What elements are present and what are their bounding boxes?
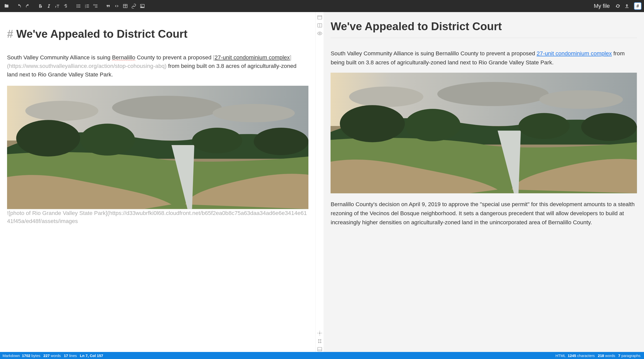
folder-icon[interactable]: [3, 2, 11, 10]
svg-rect-14: [95, 6, 98, 6]
unordered-list-icon[interactable]: [74, 2, 83, 10]
svg-rect-10: [87, 6, 89, 6]
eye-icon[interactable]: [317, 31, 323, 36]
svg-rect-30: [318, 16, 322, 19]
cursor-position: Ln 7, Col 157: [80, 353, 103, 358]
svg-point-22: [25, 101, 99, 121]
app-logo-icon[interactable]: #: [634, 2, 641, 10]
svg-point-20: [141, 5, 142, 6]
view-gutter: [315, 12, 324, 352]
preview-pane: We've Appealed to District Court South V…: [324, 12, 644, 352]
layout-bottom-icon[interactable]: [317, 346, 323, 352]
focus-icon[interactable]: [317, 330, 323, 336]
editor-image-markdown: ![photo of Rio Grande Valley State Park]…: [7, 209, 308, 226]
redo-icon[interactable]: [24, 2, 32, 10]
code-icon[interactable]: [113, 2, 121, 10]
status-bar: Markdown 1702 bytes 227 words 17 lines L…: [0, 352, 644, 359]
editor-paragraph-1: South Valley Community Alliance is suing…: [7, 53, 308, 79]
editor-pane[interactable]: # We've Appealed to District Court South…: [0, 12, 315, 352]
layout-split-icon[interactable]: [317, 23, 323, 28]
svg-point-50: [581, 113, 637, 141]
bold-icon[interactable]: [36, 2, 44, 10]
quote-icon[interactable]: [104, 2, 112, 10]
svg-point-26: [16, 120, 80, 156]
svg-point-2: [77, 7, 77, 8]
svg-rect-4: [78, 6, 80, 6]
svg-point-27: [80, 124, 135, 156]
preview-paragraph-2: Bernalillo County's decision on April 9,…: [331, 200, 637, 227]
svg-point-24: [213, 104, 295, 122]
preview-heading: We've Appealed to District Court: [331, 18, 637, 35]
svg-rect-15: [95, 7, 98, 8]
svg-text:3: 3: [85, 7, 86, 8]
toolbar: 123 My file #: [0, 0, 644, 12]
status-left: Markdown 1702 bytes 227 words 17 lines L…: [3, 353, 103, 358]
editor-heading: # We've Appealed to District Court: [7, 26, 308, 42]
undo-icon[interactable]: [15, 2, 23, 10]
svg-point-48: [405, 109, 461, 141]
checklist-icon[interactable]: [92, 2, 100, 10]
svg-point-47: [340, 105, 405, 143]
svg-point-34: [319, 33, 320, 34]
heading-icon[interactable]: [53, 2, 61, 10]
link-icon[interactable]: [130, 2, 138, 10]
image-icon[interactable]: [138, 2, 146, 10]
svg-point-29: [254, 128, 309, 155]
sync-icon[interactable]: [614, 2, 622, 10]
svg-point-0: [77, 4, 77, 5]
heading-marker: #: [7, 28, 16, 40]
svg-point-28: [192, 128, 242, 153]
main-area: # We've Appealed to District Court South…: [0, 12, 644, 352]
editor-link-url: (https://www.southvalleyalliance.org/act…: [7, 63, 167, 69]
status-mode-right: HTML: [555, 353, 566, 358]
editor-link-text: 27-unit condominium complex: [215, 54, 290, 61]
preview-image: [331, 73, 637, 193]
ordered-list-icon[interactable]: 123: [83, 2, 91, 10]
svg-rect-11: [87, 7, 89, 8]
heading-text: We've Appealed to District Court: [16, 28, 187, 40]
svg-rect-5: [78, 7, 80, 8]
svg-point-49: [519, 113, 570, 139]
svg-point-43: [349, 87, 423, 107]
svg-rect-40: [318, 347, 322, 351]
svg-rect-13: [95, 5, 98, 5]
status-right: HTML 1245 characters 218 words 7 paragra…: [555, 353, 641, 358]
preview-link[interactable]: 27-unit condominium complex: [537, 50, 612, 57]
preview-hr: [331, 38, 637, 38]
svg-point-44: [437, 82, 549, 106]
sync-scroll-icon[interactable]: [317, 338, 323, 344]
svg-point-45: [540, 90, 623, 109]
spellcheck-word: Bernalillo: [112, 54, 135, 61]
strikethrough-icon[interactable]: [62, 2, 70, 10]
preview-paragraph-1: South Valley Community Alliance is suing…: [331, 49, 637, 67]
file-name: My file: [594, 3, 610, 9]
svg-rect-9: [87, 5, 89, 5]
svg-rect-3: [78, 5, 80, 5]
table-icon[interactable]: [121, 2, 129, 10]
italic-icon[interactable]: [45, 2, 53, 10]
editor-image: [7, 86, 308, 209]
svg-point-1: [77, 6, 77, 6]
upload-icon[interactable]: [623, 2, 631, 10]
status-mode-left: Markdown: [3, 353, 20, 358]
svg-point-23: [112, 96, 222, 119]
svg-point-35: [319, 333, 320, 334]
layout-top-icon[interactable]: [317, 15, 323, 20]
